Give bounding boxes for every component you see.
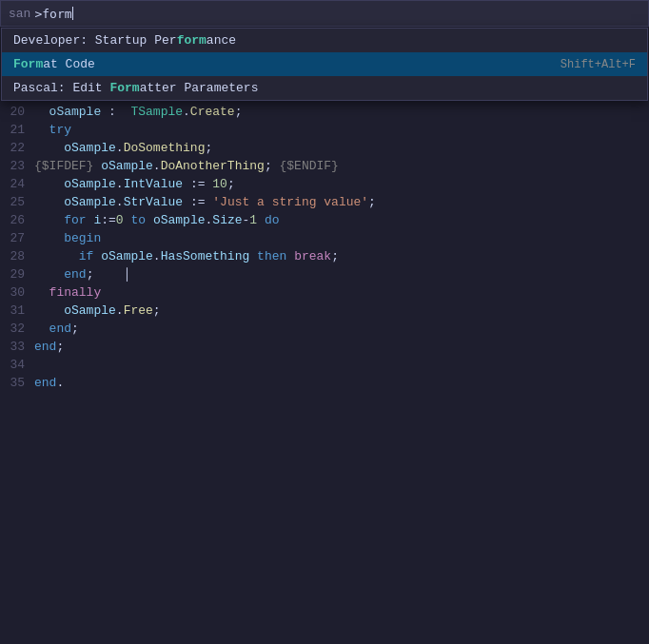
line-content: oSample.StrValue := 'Just a string value…	[34, 193, 649, 211]
line-content: end.	[34, 374, 649, 392]
dropdown-item-format-code[interactable]: Format Code Shift+Alt+F	[2, 52, 647, 76]
dropdown-item-label: Pascal: Edit Formatter Parameters	[13, 81, 258, 95]
line-number: 23	[0, 157, 34, 175]
line-number: 31	[0, 302, 34, 320]
code-line-25: 25 oSample.StrValue := 'Just a string va…	[0, 193, 649, 211]
line-number: 27	[0, 229, 34, 247]
code-line-21: 21 try	[0, 121, 649, 139]
line-content: end;	[34, 338, 649, 356]
line-number: 26	[0, 211, 34, 229]
code-line-34: 34	[0, 356, 649, 374]
line-number: 25	[0, 193, 34, 211]
search-bar[interactable]: san >form Developer: Startup Performance…	[0, 0, 649, 27]
line-number: 33	[0, 338, 34, 356]
code-line-30: 30 finally	[0, 283, 649, 302]
code-line-23: 23 {$IFDEF} oSample.DoAnotherThing; {$EN…	[0, 157, 649, 175]
code-line-32: 32 end;	[0, 320, 649, 338]
line-content: {$IFDEF} oSample.DoAnotherThing; {$ENDIF…	[34, 157, 649, 175]
line-number: 34	[0, 356, 34, 374]
line-number: 30	[0, 283, 34, 302]
dropdown-shortcut-format: Shift+Alt+F	[560, 58, 636, 71]
line-content: end;	[34, 320, 649, 338]
line-content: oSample.Free;	[34, 302, 649, 320]
line-content: for i:=0 to oSample.Size-1 do	[34, 211, 649, 229]
highlight-form: Form	[13, 57, 43, 71]
highlight-form: form	[177, 33, 206, 48]
line-content: try	[34, 121, 649, 139]
line-content: finally	[34, 283, 649, 302]
autocomplete-dropdown: Developer: Startup Performance Format Co…	[1, 28, 648, 101]
highlight-form: Form	[109, 81, 139, 95]
line-content: end; │	[34, 265, 649, 283]
line-content: oSample.IntValue := 10;	[34, 175, 649, 193]
line-number: 29	[0, 265, 34, 283]
code-line-35: 35 end.	[0, 374, 649, 392]
code-line-29: 29 end; │	[0, 265, 649, 283]
search-input-wrapper: >form	[34, 7, 640, 21]
code-line-20: 20 oSample : TSample.Create;	[0, 103, 649, 121]
line-number: 28	[0, 247, 34, 265]
line-number: 20	[0, 103, 34, 121]
line-content: if oSample.HasSomething then break;	[34, 247, 649, 265]
dropdown-item-label: Developer: Startup Performance	[13, 33, 236, 48]
dropdown-item-developer-startup[interactable]: Developer: Startup Performance	[2, 29, 647, 52]
line-content: begin	[34, 229, 649, 247]
code-line-27: 27 begin	[0, 229, 649, 247]
line-content: oSample : TSample.Create;	[34, 103, 649, 121]
line-number: 35	[0, 374, 34, 392]
code-line-28: 28 if oSample.HasSomething then break;	[0, 247, 649, 265]
line-content: oSample.DoSomething;	[34, 139, 649, 157]
search-input-text: >form	[34, 7, 71, 21]
text-cursor	[72, 7, 73, 20]
code-line-33: 33 end;	[0, 338, 649, 356]
line-number: 22	[0, 139, 34, 157]
search-label: san	[9, 7, 30, 21]
code-line-26: 26 for i:=0 to oSample.Size-1 do	[0, 211, 649, 229]
dropdown-item-pascal-formatter[interactable]: Pascal: Edit Formatter Parameters	[2, 76, 647, 100]
editor-container: san >form Developer: Startup Performance…	[0, 0, 649, 644]
code-line-22: 22 oSample.DoSomething;	[0, 139, 649, 157]
code-line-31: 31 oSample.Free;	[0, 302, 649, 320]
line-number: 24	[0, 175, 34, 193]
line-number: 32	[0, 320, 34, 338]
dropdown-item-label: Format Code	[13, 57, 95, 71]
line-number: 21	[0, 121, 34, 139]
code-line-24: 24 oSample.IntValue := 10;	[0, 175, 649, 193]
